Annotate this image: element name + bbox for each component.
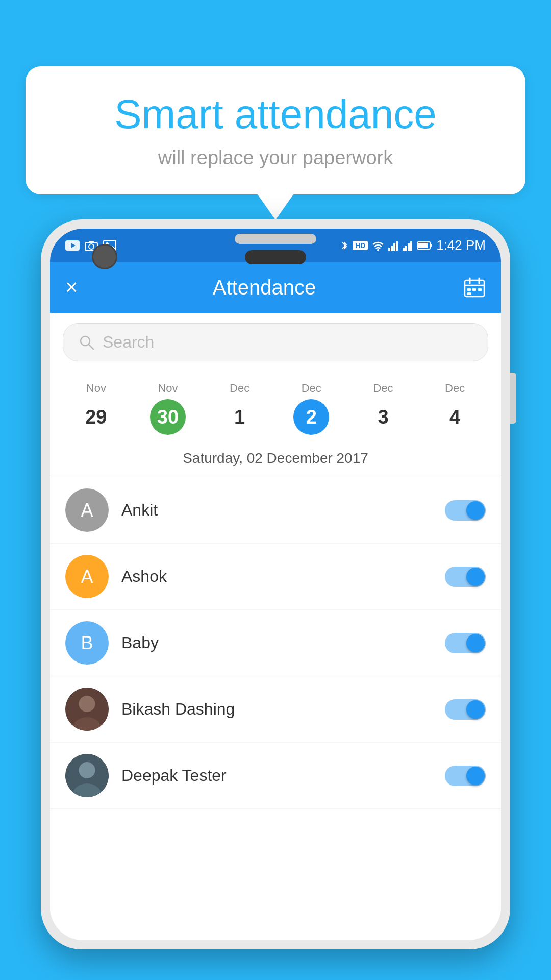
phone-camera	[92, 244, 117, 270]
calendar-strip: Nov 29 Nov 30 Dec 1 Dec	[50, 372, 501, 443]
search-bar[interactable]: Search	[63, 323, 488, 361]
app-bar: × Attendance	[50, 262, 501, 313]
svg-point-3	[89, 244, 94, 249]
svg-rect-13	[403, 248, 405, 251]
svg-rect-15	[408, 243, 410, 251]
person-name-ashok: Ashok	[121, 567, 432, 586]
toggle-ashok[interactable]	[445, 567, 486, 587]
search-input-placeholder[interactable]: Search	[103, 333, 154, 352]
status-time: 1:42 PM	[436, 237, 486, 253]
svg-rect-25	[472, 288, 476, 291]
speech-bubble-subtitle: will replace your paperwork	[56, 147, 495, 169]
app-bar-title: Attendance	[65, 276, 463, 299]
avatar-deepak	[65, 754, 109, 797]
calendar-day-dec2[interactable]: Dec 2	[286, 382, 337, 435]
attendance-item-ankit: A Ankit	[50, 477, 501, 544]
search-container: Search	[50, 313, 501, 372]
calendar-button[interactable]	[463, 276, 486, 299]
svg-rect-4	[89, 241, 94, 243]
toggle-baby[interactable]	[445, 633, 486, 653]
svg-rect-10	[391, 246, 393, 251]
svg-point-31	[79, 696, 95, 712]
attendance-list: A Ankit A Ashok B Baby	[50, 477, 501, 940]
avatar-bikash	[65, 688, 109, 731]
attendance-item-baby: B Baby	[50, 610, 501, 676]
battery-icon	[417, 241, 432, 250]
status-icons-right: HD	[340, 237, 486, 253]
speech-bubble-title: Smart attendance	[56, 92, 495, 137]
speech-bubble-arrow	[258, 194, 293, 220]
svg-rect-27	[467, 292, 471, 295]
person-name-deepak: Deepak Tester	[121, 766, 432, 785]
selected-date-label: Saturday, 02 December 2017	[50, 443, 501, 477]
search-icon	[79, 334, 95, 351]
wifi-icon	[372, 240, 384, 251]
calendar-day-dec3[interactable]: Dec 3	[358, 382, 409, 435]
avatar-baby: B	[65, 621, 109, 665]
calendar-day-nov29[interactable]: Nov 29	[70, 382, 121, 435]
svg-rect-18	[418, 243, 428, 248]
bluetooth-icon	[340, 239, 348, 252]
svg-rect-12	[396, 241, 398, 251]
phone-screen: HD	[50, 229, 501, 940]
attendance-item-bikash: Bikash Dashing	[50, 676, 501, 743]
person-name-ankit: Ankit	[121, 501, 432, 520]
phone-container: HD	[41, 219, 510, 980]
toggle-ankit[interactable]	[445, 500, 486, 521]
svg-rect-11	[393, 243, 395, 251]
calendar-days: Nov 29 Nov 30 Dec 1 Dec	[60, 382, 491, 435]
toggle-deepak[interactable]	[445, 766, 486, 786]
speech-bubble-container: Smart attendance will replace your paper…	[26, 66, 525, 220]
svg-rect-16	[410, 241, 412, 251]
person-name-baby: Baby	[121, 633, 432, 652]
avatar-ashok: A	[65, 555, 109, 598]
svg-rect-14	[405, 246, 407, 251]
phone-speaker	[235, 234, 316, 244]
phone-side-button	[510, 373, 516, 424]
signal-bars-1	[388, 240, 398, 251]
svg-line-29	[89, 345, 93, 349]
person-name-bikash: Bikash Dashing	[121, 700, 432, 719]
svg-point-8	[377, 249, 379, 251]
calendar-day-dec1[interactable]: Dec 1	[214, 382, 265, 435]
toggle-bikash[interactable]	[445, 699, 486, 720]
hd-badge: HD	[353, 241, 368, 250]
avatar-ankit: A	[65, 488, 109, 532]
calendar-day-nov30[interactable]: Nov 30	[142, 382, 193, 435]
attendance-item-deepak: Deepak Tester	[50, 743, 501, 809]
phone-earpiece	[245, 250, 306, 264]
svg-point-34	[79, 762, 95, 778]
signal-bars-2	[403, 240, 413, 251]
phone-mockup: HD	[41, 219, 510, 949]
svg-rect-24	[467, 288, 471, 291]
speech-bubble: Smart attendance will replace your paper…	[26, 66, 525, 194]
svg-rect-26	[478, 288, 482, 291]
svg-rect-9	[388, 248, 390, 251]
svg-rect-19	[431, 244, 432, 247]
attendance-item-ashok: A Ashok	[50, 544, 501, 610]
calendar-day-dec4[interactable]: Dec 4	[430, 382, 481, 435]
youtube-icon	[65, 240, 80, 251]
